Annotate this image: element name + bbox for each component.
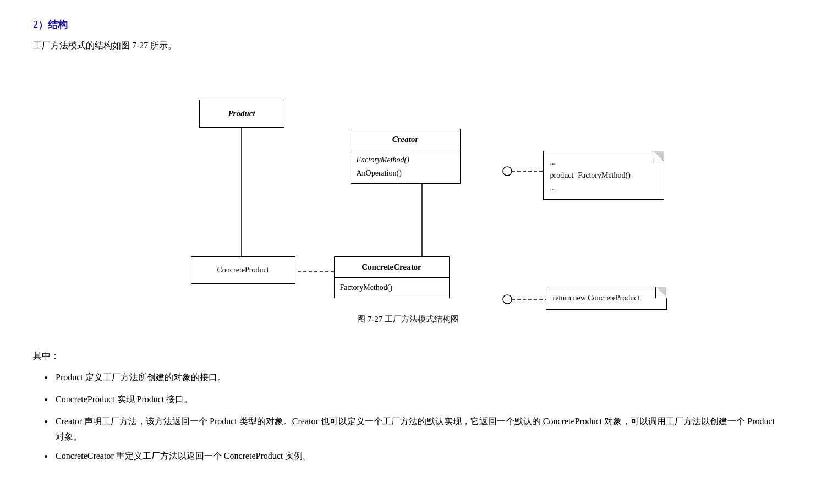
figure-caption: 图 7-27 工厂方法模式结构图	[357, 313, 459, 327]
product-label: Product	[228, 109, 255, 118]
creator-method1: FactoryMethod()	[357, 154, 454, 167]
note1-line1: ...	[550, 156, 657, 169]
creator-method2: AnOperation()	[357, 167, 454, 180]
creator-title: Creator	[351, 129, 460, 151]
content-intro: 其中：	[33, 348, 783, 363]
concrete-creator-method: FactoryMethod()	[340, 281, 443, 294]
list-item-3: Creator 声明工厂方法，该方法返回一个 Product 类型的对象。Cre…	[44, 414, 783, 443]
note2-line1: return new ConcreteProduct	[553, 292, 660, 305]
intro-text: 工厂方法模式的结构如图 7-27 所示。	[33, 38, 783, 53]
concrete-creator-title: ConcreteCreator	[335, 257, 449, 278]
list-item-2: ConcreteProduct 实现 Product 接口。	[44, 392, 783, 409]
section-heading: 2）结构	[33, 17, 783, 34]
note-box-2: return new ConcreteProduct	[546, 287, 667, 310]
note-box-1: ... product=FactoryMethod() ...	[543, 151, 664, 200]
svg-point-8	[503, 295, 512, 304]
note1-line3: ...	[550, 182, 657, 195]
list-item-4: ConcreteCreator 重定义工厂方法以返回一个 ConcretePro…	[44, 448, 783, 466]
creator-body: FactoryMethod() AnOperation()	[351, 150, 460, 183]
diagram-area: Product Creator FactoryMethod() AnOperat…	[161, 69, 656, 306]
concrete-creator-body: FactoryMethod()	[335, 278, 449, 298]
note1-line2: product=FactoryMethod()	[550, 169, 657, 182]
concrete-product-label: ConcreteProduct	[217, 266, 269, 274]
list-item-1: Product 定义工厂方法所创建的对象的接口。	[44, 370, 783, 387]
bullet-list: Product 定义工厂方法所创建的对象的接口。 ConcreteProduct…	[33, 370, 783, 465]
concrete-product-box: ConcreteProduct	[191, 256, 295, 284]
product-box: Product	[199, 100, 284, 128]
svg-point-6	[503, 167, 512, 176]
creator-box: Creator FactoryMethod() AnOperation()	[351, 129, 461, 184]
concrete-creator-box: ConcreteCreator FactoryMethod()	[334, 256, 450, 298]
diagram-container: Product Creator FactoryMethod() AnOperat…	[33, 69, 783, 343]
